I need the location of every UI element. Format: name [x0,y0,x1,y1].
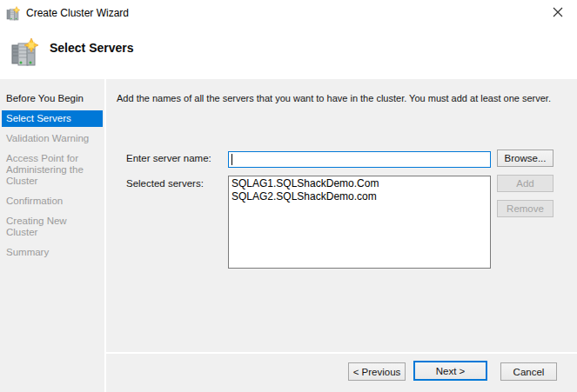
sidebar-item-access-point: Access Point for Administering the Clust… [2,150,103,189]
close-button[interactable] [538,0,577,26]
remove-button[interactable]: Remove [497,200,554,217]
page-title: Select Servers [50,41,134,55]
create-cluster-wizard-window: Create Cluster Wizard [0,0,577,392]
server-list-item[interactable]: SQLAG1.SQLShackDemo.Com [229,177,490,190]
close-icon [553,7,563,20]
title-bar: Create Cluster Wizard [0,0,577,26]
server-list-item[interactable]: SQLAG2.SQLShackDemo.com [229,190,490,203]
text-caret [231,154,232,165]
server-name-input[interactable] [228,151,491,168]
add-button[interactable]: Add [497,175,554,192]
selected-servers-label: Selected servers: [126,178,204,189]
wizard-steps-sidebar: Before You Begin Select Servers Validati… [0,79,104,392]
cluster-app-icon [6,6,21,21]
window-title: Create Cluster Wizard [26,7,129,19]
sidebar-item-before-you-begin: Before You Begin [2,90,103,107]
select-servers-panel: Add the names of all the servers that yo… [106,79,577,392]
sidebar-item-confirmation: Confirmation [2,193,103,209]
footer-separator [106,352,577,354]
enter-server-name-label: Enter server name: [126,153,211,163]
instruction-text: Add the names of all the servers that yo… [117,93,551,103]
cluster-servers-icon [10,37,40,67]
sidebar-item-creating-new-cluster: Creating New Cluster [2,213,103,241]
sidebar-item-select-servers: Select Servers [2,110,103,127]
browse-button[interactable]: Browse... [497,149,554,167]
next-button[interactable]: Next > [413,361,487,381]
selected-servers-listbox[interactable]: SQLAG1.SQLShackDemo.Com SQLAG2.SQLShackD… [228,176,491,269]
wizard-header: Select Servers [0,26,577,79]
sidebar-item-validation-warning: Validation Warning [2,130,103,147]
sidebar-item-summary: Summary [2,244,103,261]
wizard-body: Before You Begin Select Servers Validati… [0,79,577,392]
previous-button[interactable]: < Previous [348,362,406,381]
cancel-button[interactable]: Cancel [500,362,557,381]
